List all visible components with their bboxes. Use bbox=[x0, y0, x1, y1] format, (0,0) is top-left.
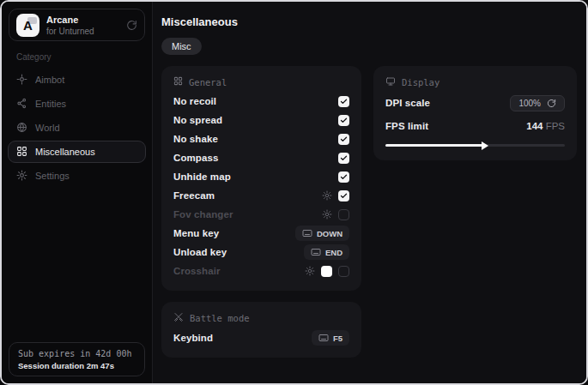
refresh-icon bbox=[547, 99, 556, 108]
section-title: General bbox=[189, 77, 227, 87]
app-subtitle: for Unturned bbox=[46, 27, 94, 36]
app-name: Arcane bbox=[46, 15, 94, 25]
sync-icon[interactable] bbox=[126, 20, 137, 31]
checkbox-no-recoil[interactable] bbox=[338, 96, 349, 107]
main-panel: Miscellaneous Misc General No recoil bbox=[153, 2, 588, 383]
battle-mode-card: Battle mode Keybind F5 bbox=[161, 302, 361, 358]
sidebar: A Arcane for Unturned Category Aimbot bbox=[2, 2, 153, 383]
tab-misc[interactable]: Misc bbox=[161, 38, 202, 55]
keyboard-icon bbox=[318, 333, 329, 343]
checkbox-unhide-map[interactable] bbox=[338, 171, 349, 183]
battle-keybind-button[interactable]: F5 bbox=[312, 330, 349, 346]
sidebar-item-settings[interactable]: Settings bbox=[8, 165, 146, 187]
setting-row: No shake bbox=[173, 129, 349, 148]
check-icon bbox=[340, 173, 348, 181]
setting-row: DPI scale 100% bbox=[385, 93, 565, 113]
slider-thumb[interactable] bbox=[482, 141, 488, 150]
menu-key-bind-button[interactable]: DOWN bbox=[295, 226, 349, 241]
gear-icon bbox=[16, 170, 27, 183]
grid-icon bbox=[16, 146, 27, 159]
freecam-settings-gear-icon[interactable] bbox=[322, 190, 332, 201]
display-card: Display DPI scale 100% FPS limit 144 FPS bbox=[373, 66, 577, 160]
checkbox-crosshair[interactable] bbox=[338, 266, 349, 277]
check-icon bbox=[340, 117, 348, 124]
section-title: Battle mode bbox=[190, 313, 250, 323]
logo-letter: A bbox=[23, 19, 33, 32]
checkbox-freecam[interactable] bbox=[338, 190, 349, 202]
setting-row: Freecam bbox=[173, 186, 349, 205]
sidebar-item-label: Aimbot bbox=[35, 75, 64, 85]
setting-row: Fov changer bbox=[173, 205, 349, 224]
setting-row: Compass bbox=[173, 148, 349, 167]
check-icon bbox=[340, 135, 348, 143]
fps-limit-value: 144 FPS bbox=[526, 121, 565, 131]
checkbox-no-shake[interactable] bbox=[338, 134, 349, 145]
setting-row: Unhide map bbox=[173, 167, 349, 186]
swords-icon bbox=[173, 312, 184, 324]
sidebar-item-label: World bbox=[35, 123, 60, 133]
sidebar-item-label: Entities bbox=[35, 99, 66, 109]
category-label: Category bbox=[16, 52, 152, 62]
app-header-card: A Arcane for Unturned bbox=[9, 9, 145, 41]
sidebar-item-label: Settings bbox=[35, 171, 70, 181]
app-logo: A bbox=[16, 14, 39, 37]
general-section-icon bbox=[173, 76, 183, 87]
sidebar-item-miscellaneous[interactable]: Miscellaneous bbox=[8, 141, 146, 163]
page-title: Miscellaneous bbox=[161, 15, 577, 28]
fps-limit-slider[interactable] bbox=[385, 144, 565, 147]
keyboard-icon bbox=[311, 247, 321, 257]
sidebar-item-entities[interactable]: Entities bbox=[8, 93, 146, 115]
setting-row: No spread bbox=[173, 111, 349, 129]
general-card: General No recoil No spread bbox=[161, 66, 361, 291]
sidebar-item-label: Miscellaneous bbox=[35, 147, 95, 157]
setting-row: FPS limit 144 FPS bbox=[385, 116, 565, 136]
sidebar-nav: Aimbot Entities World Miscellaneous bbox=[2, 69, 152, 187]
monitor-icon bbox=[385, 76, 396, 88]
unload-key-bind-button[interactable]: END bbox=[304, 244, 349, 260]
sidebar-item-aimbot[interactable]: Aimbot bbox=[8, 69, 146, 91]
session-duration-text: Session duration 2m 47s bbox=[18, 361, 136, 370]
setting-row: Unload key END bbox=[173, 243, 349, 262]
checkbox-fov-changer[interactable] bbox=[338, 209, 349, 220]
sub-expiry-text: Sub expires in 42d 00h bbox=[18, 349, 136, 358]
checkbox-no-spread[interactable] bbox=[338, 115, 349, 126]
check-icon bbox=[340, 154, 348, 162]
check-icon bbox=[340, 98, 348, 105]
dpi-scale-badge[interactable]: 100% bbox=[510, 95, 565, 111]
slider-fill bbox=[385, 144, 484, 147]
check-icon bbox=[340, 192, 348, 200]
crosshair-settings-gear-icon[interactable] bbox=[305, 266, 315, 276]
setting-row: Keybind F5 bbox=[173, 328, 349, 347]
fov-settings-gear-icon[interactable] bbox=[322, 209, 332, 220]
checkbox-compass[interactable] bbox=[338, 153, 349, 164]
setting-row: Menu key DOWN bbox=[173, 224, 349, 243]
subscription-status-card: Sub expires in 42d 00h Session duration … bbox=[9, 342, 145, 376]
app-window: A Arcane for Unturned Category Aimbot bbox=[0, 0, 588, 385]
setting-row: Crosshair bbox=[173, 262, 349, 280]
section-title: Display bbox=[402, 77, 439, 87]
crosshair-color-swatch[interactable] bbox=[321, 266, 332, 277]
globe-icon bbox=[16, 122, 27, 135]
setting-row: No recoil bbox=[173, 92, 349, 111]
crosshair-icon bbox=[16, 74, 27, 87]
entities-icon bbox=[16, 98, 27, 111]
keyboard-icon bbox=[302, 228, 312, 238]
sidebar-item-world[interactable]: World bbox=[8, 117, 146, 139]
